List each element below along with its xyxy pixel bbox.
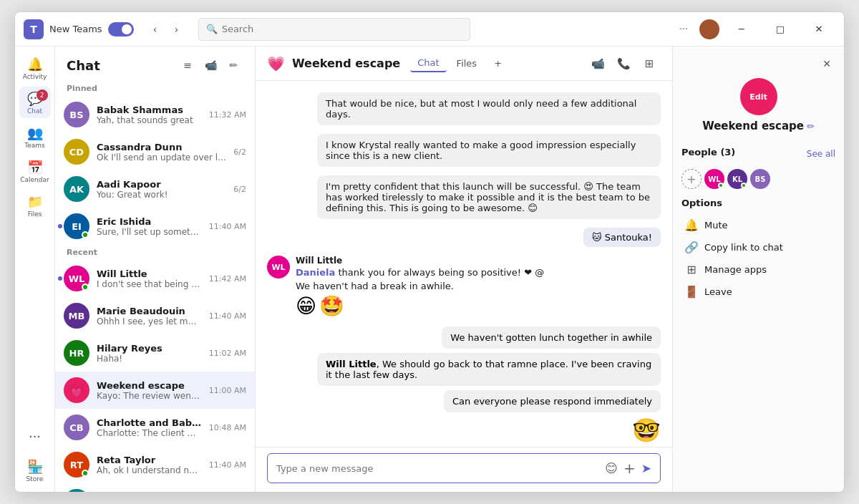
chat-time-will: 11:42 AM xyxy=(209,274,246,284)
emoji-button[interactable]: 😊 xyxy=(605,461,618,475)
nav-arrows: ‹ › xyxy=(145,19,187,39)
chat-info-reta: Reta Taylor Ah, ok I understand now. xyxy=(97,455,202,475)
teams-icon: 👥 xyxy=(27,125,43,140)
chat-header-tabs: Chat Files + xyxy=(410,54,509,72)
message-bubble-santouka: 🐱 Santouka! xyxy=(583,228,661,247)
rp-edit-icon[interactable]: ✏ xyxy=(807,121,815,132)
chat-item-cassandra[interactable]: CD Cassandra Dunn Ok I'll send an update… xyxy=(55,133,255,170)
minimize-button[interactable]: − xyxy=(725,18,758,41)
message-sender-will: Will Little xyxy=(296,256,661,266)
chat-item-babak[interactable]: BS Babak Shammas Yah, that sounds great … xyxy=(55,96,255,133)
sidebar-item-chat[interactable]: 2 💬 Chat xyxy=(19,87,51,118)
send-button[interactable]: ➤ xyxy=(641,461,651,475)
chat-name-babak: Babak Shammas xyxy=(97,105,202,115)
chat-list-actions: ≡ 📹 ✏ xyxy=(178,55,243,75)
tab-files[interactable]: Files xyxy=(450,55,485,72)
chat-preview-reta: Ah, ok I understand now. xyxy=(97,465,202,475)
rp-option-manage-apps[interactable]: ⊞ Manage apps xyxy=(681,258,835,281)
chat-item-will[interactable]: WL Will Little I don't see that being an… xyxy=(55,260,255,297)
search-input[interactable] xyxy=(222,24,462,34)
emoji-grin: 😁 xyxy=(296,294,316,318)
calendar-icon: 📅 xyxy=(27,160,43,175)
sidebar-item-more[interactable]: ··· xyxy=(19,420,51,452)
avatar-reta: RT xyxy=(64,452,89,478)
user-avatar[interactable] xyxy=(699,19,719,39)
chat-time-reta: 11:40 AM xyxy=(209,460,246,470)
pinned-section-label: Pinned xyxy=(55,81,255,96)
chat-meta-reta: 11:40 AM xyxy=(209,460,246,470)
avatar-cassandra: CD xyxy=(64,139,89,165)
chat-list-title: Chat xyxy=(67,58,100,73)
audio-call-button[interactable]: 📞 xyxy=(612,52,635,75)
chat-header: 💗 Weekend escape Chat Files + 📹 📞 ⊞ xyxy=(256,47,672,81)
rp-option-copy-link[interactable]: 🔗 Copy link to chat xyxy=(681,236,835,258)
chat-time-babak: 11:32 AM xyxy=(209,110,246,120)
rp-close-button[interactable]: ✕ xyxy=(818,55,835,72)
filter-button[interactable]: ≡ xyxy=(178,55,198,75)
activity-icon: 🔔 xyxy=(27,57,43,72)
new-teams-toggle[interactable] xyxy=(108,22,134,37)
chat-info-aadi: Aadi Kapoor You: Great work! xyxy=(97,179,226,200)
sidebar-item-files[interactable]: 📁 Files xyxy=(19,190,51,221)
rp-header: ✕ xyxy=(681,55,835,72)
rp-option-leave[interactable]: 🚪 Leave xyxy=(681,281,835,303)
more-options-button[interactable]: ··· xyxy=(674,19,694,39)
message-bubble-3: I'm pretty confident that this launch wi… xyxy=(317,175,661,219)
rp-people-label: People (3) xyxy=(681,147,735,158)
right-panel: ✕ Edit Weekend escape ✏ People (3) See a… xyxy=(672,47,844,492)
teams-label: Teams xyxy=(24,142,44,149)
chat-preview-cassandra: Ok I'll send an update over later xyxy=(97,152,226,163)
chat-badge: 2 xyxy=(37,89,48,101)
rp-options-section: Options 🔔 Mute 🔗 Copy link to chat ⊞ Man… xyxy=(681,198,835,303)
maximize-button[interactable]: □ xyxy=(764,18,797,41)
back-button[interactable]: ‹ xyxy=(145,19,165,39)
avatar-will: WL xyxy=(64,266,89,291)
rp-person-2: KL xyxy=(727,169,747,189)
chat-header-name: Weekend escape xyxy=(292,57,400,70)
message-respond: Can everyone please respond immediately xyxy=(444,390,661,412)
chat-preview-eric: Sure, I'll set up something for next wee… xyxy=(97,227,202,237)
rp-people-header: People (3) See all xyxy=(681,144,835,163)
message-emojis-will: 😁 🤩 xyxy=(296,294,661,318)
chat-meta-charlotte: 10:48 AM xyxy=(209,423,246,432)
chat-preview-will: I don't see that being an issue, can tak… xyxy=(97,279,202,289)
chat-item-joshua[interactable]: JV Joshua VanBuren Thanks for reviewing!… xyxy=(55,483,255,492)
chat-item-aadi[interactable]: AK Aadi Kapoor You: Great work! 6/2 xyxy=(55,170,255,208)
chat-item-weekend[interactable]: 💗 Weekend escape Kayo: The review went r… xyxy=(55,372,255,409)
chat-time-charlotte: 10:48 AM xyxy=(209,423,246,432)
chat-item-reta[interactable]: RT Reta Taylor Ah, ok I understand now. … xyxy=(55,446,255,483)
forward-button[interactable]: › xyxy=(167,19,187,39)
screen-share-button[interactable]: ⊞ xyxy=(638,52,661,75)
rp-avatars: + WL KL BS xyxy=(681,169,835,189)
rp-see-all[interactable]: See all xyxy=(807,149,835,159)
chat-list-header: Chat ≡ 📹 ✏ xyxy=(55,47,255,81)
rp-add-person-button[interactable]: + xyxy=(681,169,702,189)
chat-item-marie[interactable]: MB Marie Beaudouin Ohhh I see, yes let m… xyxy=(55,297,255,334)
rp-person-3: BS xyxy=(750,169,770,189)
rp-option-mute[interactable]: 🔔 Mute xyxy=(681,214,835,236)
sidebar-item-teams[interactable]: 👥 Teams xyxy=(19,121,51,152)
chat-item-charlotte[interactable]: CB Charlotte and Babak Charlotte: The cl… xyxy=(55,409,255,446)
close-button[interactable]: ✕ xyxy=(802,18,835,41)
chat-time-marie: 11:40 AM xyxy=(209,311,246,321)
sidebar-item-store[interactable]: 🏪 Store xyxy=(19,455,51,486)
avatar-joshua: JV xyxy=(64,489,89,492)
chat-item-eric[interactable]: EI Eric Ishida Sure, I'll set up somethi… xyxy=(55,208,255,245)
avatar-marie: MB xyxy=(64,303,89,329)
chat-item-hilary[interactable]: HR Hilary Reyes Haha! 11:02 AM xyxy=(55,334,255,372)
tab-chat[interactable]: Chat xyxy=(410,54,446,72)
sidebar-item-calendar[interactable]: 📅 Calendar xyxy=(19,155,51,187)
tab-add[interactable]: + xyxy=(487,55,509,72)
message-input[interactable] xyxy=(276,463,599,474)
rp-name-row: Weekend escape ✏ xyxy=(702,120,815,132)
chat-name-marie: Marie Beaudouin xyxy=(97,306,202,316)
chat-time-hilary: 11:02 AM xyxy=(209,349,246,358)
video-button[interactable]: 📹 xyxy=(200,55,220,75)
recent-section-label: Recent xyxy=(55,245,255,260)
new-chat-button[interactable]: ✏ xyxy=(223,55,243,75)
attach-button[interactable]: + xyxy=(623,460,636,477)
search-bar[interactable]: 🔍 xyxy=(198,18,470,41)
more-icon: ··· xyxy=(29,429,41,444)
video-call-button[interactable]: 📹 xyxy=(586,52,609,75)
sidebar-item-activity[interactable]: 🔔 Activity xyxy=(19,52,51,84)
